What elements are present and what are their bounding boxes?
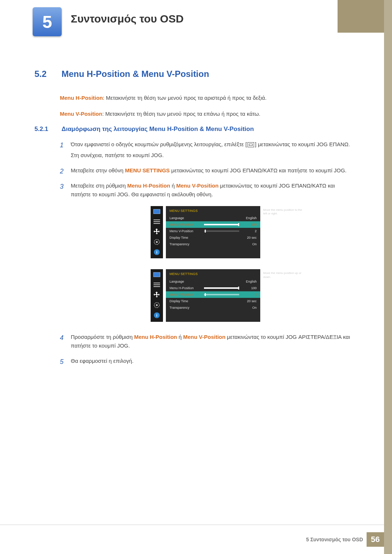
subsection-title: Διαμόρφωση της λειτουργίας Menu H-Positi… — [61, 126, 254, 132]
osd-screenshot-hposition: i MENU SETTINGS Language English Menu H-… — [151, 206, 354, 258]
section-heading: 5.2 Menu H-Position & Menu V-Position — [34, 69, 354, 79]
osd-row-displaytime: Display Time 20 sec — [166, 234, 260, 241]
osd-label: Menu H-Position — [170, 286, 204, 291]
move-position-icon — [153, 229, 161, 235]
osd-value: English — [242, 279, 257, 284]
step-4: 4 Προσαρμόστε τη ρύθμιση Menu H-Position… — [60, 333, 354, 350]
osd-value: On — [242, 242, 257, 247]
svg-rect-3 — [154, 223, 160, 224]
side-accent-strip — [384, 0, 392, 554]
osd-tooltip: Move the menu position up or down. — [263, 269, 303, 321]
step3-text-a: Μεταβείτε στη ρύθμιση — [71, 182, 127, 189]
osd-value: 20 sec — [242, 235, 257, 240]
gear-icon — [153, 302, 161, 308]
osd-row-vposition-selected: Menu V-Position 2 — [166, 291, 260, 298]
footer-chapter-text: 5 Συντονισμός του OSD — [306, 537, 367, 542]
step-number: 5 — [60, 357, 64, 367]
osd-label: Display Time — [170, 299, 204, 304]
footer-divider — [0, 525, 384, 525]
svg-rect-9 — [154, 283, 160, 283]
info-icon: i — [153, 249, 161, 255]
osd-row-language: Language English — [166, 215, 260, 221]
subsection-heading: 5.2.1 Διαμόρφωση της λειτουργίας Menu H-… — [34, 126, 354, 133]
picture-icon — [153, 271, 161, 278]
osd-header: MENU SETTINGS — [166, 206, 260, 215]
step-3: 3 Μεταβείτε στη ρύθμιση Menu H-Position … — [60, 181, 354, 322]
svg-point-13 — [156, 304, 158, 306]
move-position-icon — [153, 292, 161, 298]
chapter-title: Συντονισμός του OSD — [71, 13, 184, 25]
osd-label: Menu V-Position — [170, 292, 204, 297]
step1-text-a: Όταν εμφανιστεί ο οδηγός κουμπιών ρυθμιζ… — [71, 141, 247, 147]
osd-label: Transparency — [170, 242, 204, 247]
svg-rect-1 — [154, 219, 160, 220]
svg-rect-2 — [154, 221, 160, 222]
svg-rect-8 — [154, 272, 160, 277]
step3-or: ή — [170, 182, 176, 189]
step2-bold: MENU SETTINGS — [125, 167, 170, 173]
section-title: Menu H-Position & Menu V-Position — [61, 69, 209, 79]
chapter-number-badge: 5 — [33, 7, 62, 36]
osd-label: Menu H-Position — [170, 222, 204, 227]
osd-slider — [204, 224, 239, 225]
osd-row-vposition: Menu V-Position 2 — [166, 228, 260, 234]
osd-tooltip: Move the menu position to the left or ri… — [263, 206, 303, 258]
step4-v: Menu V-Position — [183, 334, 225, 340]
osd-row-transparency: Transparency On — [166, 304, 260, 311]
osd-icon-sidebar: i — [151, 206, 163, 258]
step3-h: Menu H-Position — [127, 182, 170, 189]
osd-screenshot-vposition: i MENU SETTINGS Language English Menu H-… — [151, 269, 354, 321]
step-number: 4 — [60, 333, 64, 343]
step5-text: Θα εφαρμοστεί η επιλογή. — [71, 358, 134, 364]
section-number: 5.2 — [34, 69, 60, 79]
picture-icon — [153, 208, 161, 215]
step2-text-b: μετακινώντας το κουμπί JOG ΕΠΑΝΩ/ΚΑΤΩ κα… — [170, 167, 347, 173]
osd-slider — [204, 287, 239, 289]
osd-label: Language — [170, 216, 204, 221]
step4-or: ή — [177, 334, 183, 340]
svg-point-5 — [156, 241, 158, 243]
step-5: 5 Θα εφαρμοστεί η επιλογή. — [60, 357, 354, 365]
hpos-text: : Μετακινήστε τη θέση των μενού προς τα … — [103, 95, 266, 101]
info-icon: i — [153, 312, 161, 319]
menu-icon — [248, 142, 254, 147]
svg-rect-11 — [154, 286, 160, 287]
svg-text:i: i — [156, 250, 157, 254]
osd-label: Language — [170, 279, 204, 284]
osd-header: MENU SETTINGS — [166, 269, 260, 278]
step-2: 2 Μεταβείτε στην οθόνη MENU SETTINGS μετ… — [60, 166, 354, 175]
osd-row-hposition-selected: Menu H-Position 100 — [166, 221, 260, 228]
svg-rect-10 — [154, 284, 160, 285]
osd-value: 100 — [242, 222, 257, 227]
intro-vposition: Menu V-Position: Μετακινήστε τη θέση των… — [60, 110, 354, 118]
vpos-text: : Μετακινήστε τη θέση των μενού προς τα … — [102, 111, 261, 117]
osd-slider — [204, 294, 239, 295]
osd-slider — [204, 230, 239, 232]
osd-row-displaytime: Display Time 20 sec — [166, 298, 260, 304]
osd-panel: MENU SETTINGS Language English Menu H-Po… — [166, 206, 260, 258]
step4-text-a: Προσαρμόστε τη ρύθμιση — [71, 334, 134, 340]
step4-h: Menu H-Position — [134, 334, 177, 340]
vpos-label: Menu V-Position — [60, 111, 102, 117]
osd-value: 2 — [242, 229, 257, 234]
osd-label: Display Time — [170, 235, 204, 240]
osd-icon-sidebar: i — [151, 269, 163, 321]
page-footer: 5 Συντονισμός του OSD 56 — [306, 532, 384, 547]
svg-rect-0 — [154, 209, 160, 214]
step-number: 1 — [60, 140, 64, 151]
osd-value: English — [242, 216, 257, 221]
subsection-number: 5.2.1 — [34, 126, 60, 133]
osd-value: 2 — [242, 292, 257, 297]
step-number: 3 — [60, 181, 64, 192]
step-1: 1 Όταν εμφανιστεί ο οδηγός κουμπιών ρυθμ… — [60, 140, 354, 160]
intro-hposition: Menu H-Position: Μετακινήστε τη θέση των… — [60, 94, 354, 102]
step1-text-c: Στη συνέχεια, πατήστε το κουμπί JOG. — [71, 152, 164, 158]
page-number: 56 — [367, 532, 384, 547]
svg-text:i: i — [156, 313, 157, 317]
osd-value: 20 sec — [242, 299, 257, 304]
list-icon — [153, 218, 161, 225]
hpos-label: Menu H-Position — [60, 95, 103, 101]
osd-row-transparency: Transparency On — [166, 241, 260, 247]
gear-icon — [153, 239, 161, 245]
osd-row-hposition: Menu H-Position 100 — [166, 285, 260, 291]
